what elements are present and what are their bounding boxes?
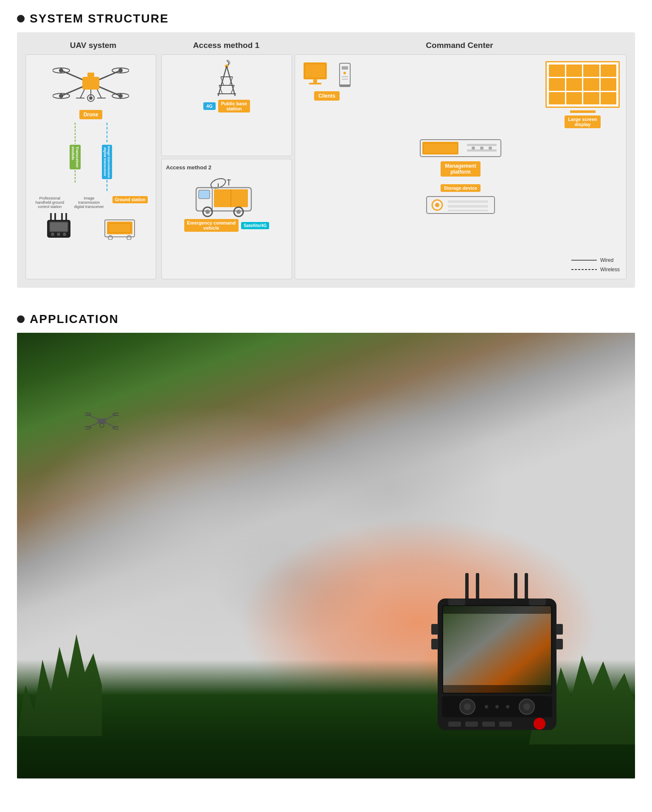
access-method2-box: Access method 2 xyxy=(161,159,292,279)
grid-cell xyxy=(601,92,617,104)
svg-point-10 xyxy=(59,94,63,98)
svg-rect-66 xyxy=(342,76,348,77)
badge-large-screen: Large screendisplay xyxy=(565,115,600,128)
svg-point-74 xyxy=(489,146,492,150)
svg-rect-35 xyxy=(109,223,131,233)
uav-labels-row: Professional handheld ground control sta… xyxy=(30,196,152,209)
svg-line-17 xyxy=(97,90,101,98)
svg-rect-116 xyxy=(448,722,461,727)
svg-rect-64 xyxy=(342,66,348,70)
emergency-badge-row: Emergency commandvehicle Satellite/4G xyxy=(184,219,270,232)
svg-point-105 xyxy=(464,703,471,710)
large-screen-group: Large screendisplay xyxy=(545,61,620,128)
drone-badge: Drone xyxy=(79,110,103,119)
col-header-access: Access method 1 xyxy=(160,41,292,50)
svg-rect-102 xyxy=(443,685,551,693)
badge-management-platform: Managementplatform xyxy=(441,161,480,177)
server-rack-svg xyxy=(418,138,503,159)
svg-rect-20 xyxy=(87,73,94,78)
svg-point-65 xyxy=(343,72,346,74)
svg-point-109 xyxy=(495,705,499,708)
sky-drone-svg xyxy=(85,409,119,433)
ground-controller-device xyxy=(431,573,563,745)
drone-illustration xyxy=(53,60,129,108)
badge-clients: Clients xyxy=(314,91,340,101)
svg-rect-61 xyxy=(313,79,317,83)
svg-rect-120 xyxy=(448,598,465,605)
section-application: APPLICATION xyxy=(0,301,652,778)
grid-cell xyxy=(583,65,599,77)
command-top-row: Clients xyxy=(301,61,620,128)
system-diagram: UAV system Access method 1 Command Cente… xyxy=(17,32,635,288)
legend-wired-label: Wired xyxy=(600,257,613,263)
svg-point-28 xyxy=(51,233,54,236)
large-screen-stand xyxy=(570,110,596,113)
image-transmission-badge: Image transmissiondigital transceiver xyxy=(102,145,112,179)
application-image-area xyxy=(17,333,635,778)
legend-wireless-line xyxy=(571,269,597,270)
svg-line-16 xyxy=(80,90,84,98)
legend-wired: Wired xyxy=(571,257,620,263)
sky-drone xyxy=(85,409,119,434)
svg-rect-23 xyxy=(61,213,63,221)
badge-public-base: Public basestation xyxy=(218,100,250,112)
svg-point-58 xyxy=(236,210,241,214)
svg-point-8 xyxy=(59,68,63,73)
svg-rect-112 xyxy=(431,639,438,649)
grid-cell xyxy=(549,78,565,90)
svg-point-115 xyxy=(534,718,545,730)
svg-rect-101 xyxy=(443,606,551,614)
svg-rect-118 xyxy=(482,722,495,727)
svg-rect-82 xyxy=(448,210,488,211)
svg-point-107 xyxy=(523,703,530,710)
access-method1-box: 4G Public basestation xyxy=(161,54,292,156)
grid-cell xyxy=(549,65,565,77)
vline-image xyxy=(107,123,107,144)
vline-transceiver xyxy=(75,123,76,144)
grid-cell xyxy=(583,78,599,90)
badge-emergency: Emergency commandvehicle xyxy=(184,219,239,232)
svg-point-34 xyxy=(127,236,131,240)
svg-point-30 xyxy=(63,233,66,236)
label-professional-handheld: Professional handheld ground control sta… xyxy=(34,196,66,209)
bullet-icon xyxy=(17,15,25,22)
grid-cell xyxy=(566,78,582,90)
grid-cell xyxy=(601,78,617,90)
clients-group: Clients xyxy=(301,61,352,101)
legend-wireless: Wireless xyxy=(571,267,620,273)
bullet-icon-app xyxy=(17,315,25,323)
svg-point-72 xyxy=(472,146,475,150)
storage-svg xyxy=(424,194,497,216)
grid-cell xyxy=(583,92,599,104)
handheld-icon xyxy=(45,212,73,240)
tower-svg xyxy=(210,60,244,98)
public-base-row: 4G Public basestation xyxy=(203,100,250,112)
svg-rect-62 xyxy=(309,83,321,84)
storage-device-group: Storage device xyxy=(301,184,620,216)
col-header-uav: UAV system xyxy=(26,41,160,50)
svg-rect-52 xyxy=(199,190,210,199)
svg-rect-75 xyxy=(467,144,497,146)
svg-rect-71 xyxy=(423,143,458,153)
monitor1-svg xyxy=(301,61,333,89)
badge-satellite4g: Satellite/4G xyxy=(241,222,269,229)
grid-cell xyxy=(566,92,582,104)
grid-cell xyxy=(601,65,617,77)
svg-rect-12 xyxy=(82,77,99,90)
svg-rect-21 xyxy=(50,213,52,221)
section-title-application: APPLICATION xyxy=(30,312,119,326)
section-system-structure: SYSTEM STRUCTURE UAV system Access metho… xyxy=(0,0,652,288)
monitors-row xyxy=(301,61,352,89)
svg-rect-27 xyxy=(50,222,67,231)
fire-scene-container xyxy=(17,333,635,778)
svg-point-9 xyxy=(118,68,123,73)
svg-rect-93 xyxy=(465,573,469,603)
controller-device-svg xyxy=(431,573,563,743)
badge-4g: 4G xyxy=(203,102,216,110)
svg-point-33 xyxy=(108,236,112,240)
management-platform-group: Managementplatform xyxy=(301,138,620,177)
vline-transceiver2 xyxy=(75,170,76,183)
svg-rect-67 xyxy=(342,79,348,80)
vline-image2 xyxy=(107,180,107,193)
grid-cell xyxy=(566,65,582,77)
